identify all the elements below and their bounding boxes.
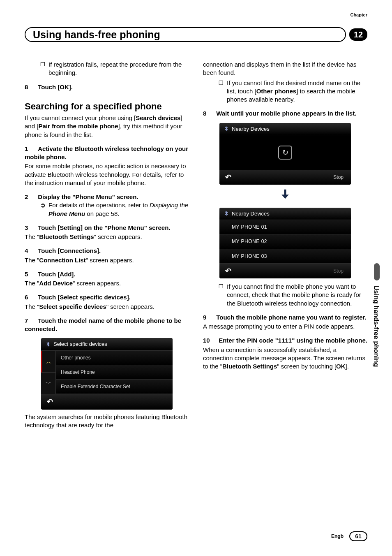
page-number: 61 [349,531,367,541]
device-option-other-phones[interactable]: Other phones [56,351,173,365]
side-tab-marker [374,263,380,280]
device-list: MY PHONE 01 MY PHONE 02 MY PHONE 03 [219,220,351,264]
step-title: Touch [Connections]. [38,247,101,254]
step-title: Touch [Setting] on the "Phone Menu" scre… [38,224,170,231]
bullet-icon: ❐ [219,79,227,104]
device-screen-header: Nearby Devices [219,123,351,136]
note-text: If registration fails, repeat the proced… [48,60,189,77]
lead-paragraph: connection and displays them in the list… [203,60,367,77]
note-bullet: ❐ If you cannot find the desired model n… [219,79,367,104]
stop-button[interactable]: Stop [333,174,344,181]
device-screen-body: ︿ ﹀ Other phones Headset Phone Enable Ex… [41,351,173,395]
reference-text: For details of the operations, refer to … [48,201,189,218]
step-title: Touch [Add]. [38,271,75,278]
step-title: Activate the Bluetooth wireless technolo… [25,145,188,160]
step-body: The "Bluetooth Settings" screen appears. [25,233,189,241]
page-footer: Engb 61 [331,531,367,541]
step-5: 5 Touch [Add]. The "Add Device" screen a… [25,270,189,288]
device-screen-title: Nearby Devices [232,125,270,133]
device-screen-title: Select specific devices [53,341,107,348]
device-option-headset[interactable]: Headset Phone [56,365,173,380]
step-6: 6 Touch [Select specific devices]. The "… [25,293,189,311]
bullet-icon: ❐ [219,283,227,308]
scroll-down-icon[interactable]: ﹀ [41,373,55,394]
device-screen-nearby-searching: Nearby Devices ↻ ↶ Stop [219,123,351,185]
device-footer: ↶ [41,394,173,409]
device-footer: ↶ Stop [219,170,351,185]
step-number: 10 [203,336,217,345]
step-title: Wait until your mobile phone appears in … [216,110,356,117]
step-body: When a connection is successfully establ… [203,346,367,371]
device-footer: ↶ Stop [219,264,351,278]
step-body: For some mobile phones, no specific acti… [25,162,189,187]
step-number: 4 [25,247,36,255]
device-screen-select-specific: Select specific devices ︿ ﹀ Other phones… [41,338,173,409]
side-tab-label: Using hands-free phoning [372,285,380,367]
step-number: 5 [25,270,36,278]
flow-arrow-down [203,188,367,202]
step-4: 4 Touch [Connections]. The "Connection L… [25,247,189,264]
step-number: 8 [25,83,36,91]
scroll-arrows[interactable]: ︿ ﹀ [41,351,56,394]
spinner-area: ↻ [219,135,351,170]
device-row[interactable]: MY PHONE 03 [219,249,351,264]
step-body: The "Select specific devices" screen app… [25,303,189,311]
reference-line: ➲ For details of the operations, refer t… [40,201,189,218]
step-8: 8 Wait until your mobile phone appears i… [203,109,367,118]
step-9: 9 Touch the mobile phone name you want t… [203,313,367,331]
step-2: 2 Display the "Phone Menu" screen. ➲ For… [25,193,189,218]
device-row[interactable]: MY PHONE 02 [219,234,351,249]
footer-language: Engb [331,533,344,539]
device-screen-header: Nearby Devices [219,208,351,220]
step-number: 7 [25,317,36,325]
step-title: Enter the PIN code "1111" using the mobi… [219,337,367,344]
step-number: 6 [25,293,36,301]
step-title: Touch the mobile phone name you want to … [216,314,367,321]
note-bullet: ❐ If registration fails, repeat the proc… [40,60,189,77]
bluetooth-icon [224,126,229,132]
scroll-up-icon[interactable]: ︿ [41,351,55,373]
section-intro: If you cannot connect your phone using [… [25,114,189,139]
step-title: Display the "Phone Menu" screen. [38,193,138,200]
tail-paragraph: The system searches for mobile phones fe… [25,413,189,430]
step-number: 2 [25,193,36,201]
step-1: 1 Activate the Bluetooth wireless techno… [25,145,189,187]
device-screen-header: Select specific devices [41,338,173,351]
device-row[interactable]: MY PHONE 01 [219,220,351,234]
section-heading: Searching for a specified phone [25,101,189,111]
page-header: Using hands-free phoning 12 [25,27,367,42]
device-option-extended-charset[interactable]: Enable Extended Character Set [56,380,173,394]
bullet-icon: ❐ [40,60,48,77]
chapter-number-badge: 12 [349,28,367,41]
step-number: 1 [25,145,36,153]
chapter-label: Chapter [350,12,367,17]
step-10: 10 Enter the PIN code "1111" using the m… [203,336,367,371]
reference-icon: ➲ [40,201,48,218]
device-screen-nearby-results: Nearby Devices MY PHONE 01 MY PHONE 02 M… [219,208,351,278]
step-7: 7 Touch the model name of the mobile pho… [25,317,189,334]
back-icon[interactable]: ↶ [225,172,231,182]
step-body: The "Connection List" screen appears. [25,256,189,264]
left-column: ❐ If registration fails, repeat the proc… [25,60,189,431]
page-title: Using hands-free phoning [25,27,346,42]
note-text: If you cannot find the desired model nam… [227,79,367,104]
device-screen-title: Nearby Devices [232,210,270,218]
step-3: 3 Touch [Setting] on the "Phone Menu" sc… [25,224,189,241]
back-icon[interactable]: ↶ [225,266,231,276]
side-tab: Using hands-free phoning [372,263,381,367]
step-number: 8 [203,109,214,118]
step-title: Touch the model name of the mobile phone… [25,317,181,332]
step-number: 3 [25,224,36,232]
step-8-ok: 8 Touch [OK]. [25,83,189,91]
step-body: The "Add Device" screen appears. [25,279,189,287]
step-title: Touch [Select specific devices]. [38,294,131,301]
spinner-icon: ↻ [278,146,292,160]
note-text: If you cannot find the mobile phone you … [227,283,367,308]
bluetooth-icon [45,341,51,347]
step-body: A message prompting you to enter a PIN c… [203,322,367,331]
stop-button: Stop [333,268,344,274]
right-column: connection and displays them in the list… [203,60,367,431]
back-icon[interactable]: ↶ [47,397,53,407]
step-number: 9 [203,313,214,322]
note-bullet: ❐ If you cannot find the mobile phone yo… [219,283,367,308]
